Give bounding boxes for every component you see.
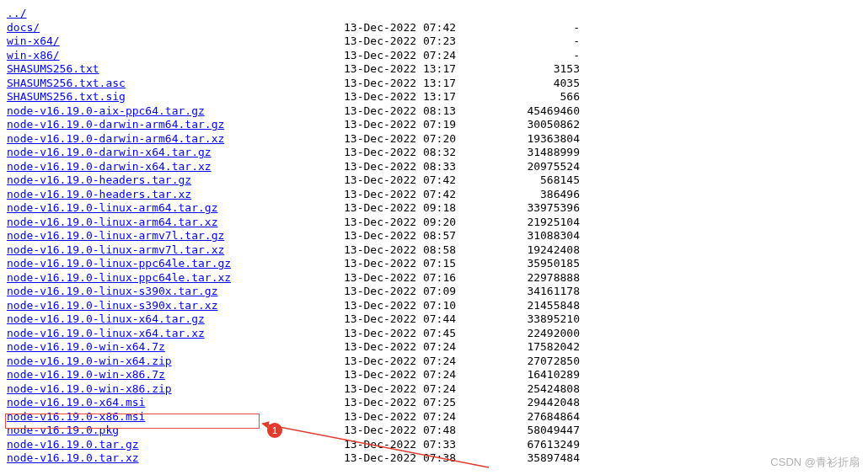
file-row: node-v16.19.0-linux-x64.tar.xz13-Dec-202… (7, 327, 868, 341)
file-link[interactable]: node-v16.19.0-darwin-arm64.tar.gz (7, 118, 224, 131)
file-link[interactable]: docs/ (7, 21, 40, 34)
file-row: node-v16.19.0-linux-ppc64le.tar.gz13-Dec… (7, 257, 868, 271)
file-row: node-v16.19.0-linux-x64.tar.gz13-Dec-202… (7, 312, 868, 327)
file-row: node-v16.19.0-linux-arm64.tar.gz13-Dec-2… (7, 201, 868, 216)
file-row: win-x86/13-Dec-2022 07:24- (7, 49, 868, 63)
file-date: 13-Dec-2022 13:17 (344, 77, 496, 91)
file-date: 13-Dec-2022 07:16 (344, 271, 496, 286)
file-date: 13-Dec-2022 07:42 (344, 21, 496, 35)
file-size: 568145 (496, 173, 580, 188)
file-date: 13-Dec-2022 08:33 (344, 160, 496, 174)
file-link[interactable]: node-v16.19.0-darwin-arm64.tar.xz (7, 132, 224, 145)
file-link[interactable]: node-v16.19.0-darwin-x64.tar.xz (7, 160, 212, 173)
file-link[interactable]: SHASUMS256.txt (7, 62, 99, 75)
parent-dir-row: ../ (7, 7, 868, 21)
file-link[interactable]: node-v16.19.0-darwin-x64.tar.gz (7, 146, 212, 158)
file-size: 19242408 (496, 243, 580, 258)
file-date: 13-Dec-2022 09:18 (344, 201, 496, 216)
file-date: 13-Dec-2022 08:13 (344, 104, 496, 119)
file-date: 13-Dec-2022 09:20 (344, 216, 496, 230)
file-row: node-v16.19.0.pkg13-Dec-2022 07:48580494… (7, 424, 868, 438)
file-date: 13-Dec-2022 07:23 (344, 35, 496, 49)
file-row: node-v16.19.0-darwin-x64.tar.xz13-Dec-20… (7, 160, 868, 174)
file-link[interactable]: node-v16.19.0-linux-x64.tar.xz (7, 327, 205, 339)
file-size: 27072850 (496, 355, 580, 369)
file-row: node-v16.19.0-win-x64.7z13-Dec-2022 07:2… (7, 340, 868, 355)
file-date: 13-Dec-2022 07:42 (344, 188, 496, 202)
file-row: node-v16.19.0.tar.gz13-Dec-2022 07:33676… (7, 438, 868, 452)
file-date: 13-Dec-2022 07:38 (344, 451, 496, 466)
file-size: 58049447 (496, 424, 580, 438)
file-link[interactable]: node-v16.19.0-x86.msi (7, 410, 145, 423)
file-size: 27684864 (496, 410, 580, 424)
file-size: 566 (496, 90, 580, 104)
file-size: 34161178 (496, 285, 580, 299)
file-link[interactable]: node-v16.19.0-linux-arm64.tar.xz (7, 216, 217, 228)
file-size: 67613249 (496, 438, 580, 452)
directory-listing: ../docs/13-Dec-2022 07:42-win-x64/13-Dec… (7, 7, 868, 466)
file-link[interactable]: node-v16.19.0-linux-armv7l.tar.gz (7, 229, 224, 242)
file-link[interactable]: node-v16.19.0-win-x64.7z (7, 340, 165, 353)
file-row: node-v16.19.0-darwin-arm64.tar.xz13-Dec-… (7, 132, 868, 147)
file-date: 13-Dec-2022 07:48 (344, 424, 496, 438)
file-size: 29442048 (496, 396, 580, 410)
file-row: node-v16.19.0.tar.xz13-Dec-2022 07:38358… (7, 451, 868, 466)
file-link[interactable]: node-v16.19.0-linux-armv7l.tar.xz (7, 243, 224, 256)
file-row: node-v16.19.0-headers.tar.xz13-Dec-2022 … (7, 188, 868, 202)
file-row: docs/13-Dec-2022 07:42- (7, 21, 868, 35)
file-date: 13-Dec-2022 07:20 (344, 132, 496, 147)
file-row: win-x64/13-Dec-2022 07:23- (7, 35, 868, 49)
file-date: 13-Dec-2022 07:25 (344, 396, 496, 410)
file-row: node-v16.19.0-linux-armv7l.tar.gz13-Dec-… (7, 229, 868, 243)
file-row: node-v16.19.0-win-x64.zip13-Dec-2022 07:… (7, 355, 868, 369)
file-date: 13-Dec-2022 08:57 (344, 229, 496, 243)
file-link[interactable]: win-x64/ (7, 35, 60, 47)
file-link[interactable]: node-v16.19.0-win-x64.zip (7, 355, 172, 367)
file-link[interactable]: node-v16.19.0-win-x86.7z (7, 368, 165, 381)
file-link[interactable]: node-v16.19.0-x64.msi (7, 396, 145, 408)
file-row: node-v16.19.0-linux-arm64.tar.xz13-Dec-2… (7, 216, 868, 230)
file-link[interactable]: node-v16.19.0-win-x86.zip (7, 382, 172, 395)
file-date: 13-Dec-2022 07:24 (344, 49, 496, 63)
file-link[interactable]: node-v16.19.0-linux-s390x.tar.xz (7, 299, 217, 312)
file-link[interactable]: node-v16.19.0-linux-ppc64le.tar.gz (7, 257, 231, 270)
file-link[interactable]: node-v16.19.0.pkg (7, 424, 119, 436)
file-link[interactable]: node-v16.19.0.tar.xz (7, 451, 139, 464)
file-date: 13-Dec-2022 07:19 (344, 118, 496, 132)
file-link[interactable]: node-v16.19.0-linux-s390x.tar.gz (7, 285, 217, 297)
file-link[interactable]: node-v16.19.0-linux-x64.tar.gz (7, 312, 205, 325)
file-row: node-v16.19.0-aix-ppc64.tar.gz13-Dec-202… (7, 104, 868, 119)
file-row: node-v16.19.0-linux-armv7l.tar.xz13-Dec-… (7, 243, 868, 258)
file-row: SHASUMS256.txt13-Dec-2022 13:173153 (7, 62, 868, 77)
file-link[interactable]: SHASUMS256.txt.sig (7, 90, 126, 103)
file-size: - (496, 21, 580, 35)
file-row: node-v16.19.0-linux-s390x.tar.xz13-Dec-2… (7, 299, 868, 313)
file-link[interactable]: win-x86/ (7, 49, 60, 61)
file-link[interactable]: node-v16.19.0-headers.tar.gz (7, 173, 191, 186)
file-size: 21455848 (496, 299, 580, 313)
file-size: 386496 (496, 188, 580, 202)
file-row: node-v16.19.0-x86.msi13-Dec-2022 07:2427… (7, 410, 868, 424)
parent-dir-link[interactable]: ../ (7, 7, 26, 19)
file-row: node-v16.19.0-headers.tar.gz13-Dec-2022 … (7, 173, 868, 188)
file-link[interactable]: node-v16.19.0.tar.gz (7, 438, 139, 451)
file-link[interactable]: node-v16.19.0-headers.tar.xz (7, 188, 191, 200)
file-date: 13-Dec-2022 08:58 (344, 243, 496, 258)
file-date: 13-Dec-2022 07:33 (344, 438, 496, 452)
file-link[interactable]: SHASUMS256.txt.asc (7, 77, 126, 89)
file-size: 25424808 (496, 382, 580, 397)
file-date: 13-Dec-2022 07:42 (344, 173, 496, 188)
file-size: 45469460 (496, 104, 580, 119)
file-size: 33975396 (496, 201, 580, 216)
file-date: 13-Dec-2022 13:17 (344, 90, 496, 104)
file-date: 13-Dec-2022 07:24 (344, 340, 496, 355)
file-size: 3153 (496, 62, 580, 77)
file-size: 22492000 (496, 327, 580, 341)
file-size: - (496, 49, 580, 63)
file-row: node-v16.19.0-win-x86.7z13-Dec-2022 07:2… (7, 368, 868, 382)
file-row: node-v16.19.0-darwin-arm64.tar.gz13-Dec-… (7, 118, 868, 132)
file-size: 4035 (496, 77, 580, 91)
file-link[interactable]: node-v16.19.0-aix-ppc64.tar.gz (7, 104, 205, 117)
file-link[interactable]: node-v16.19.0-linux-arm64.tar.gz (7, 201, 217, 214)
file-link[interactable]: node-v16.19.0-linux-ppc64le.tar.xz (7, 271, 231, 284)
